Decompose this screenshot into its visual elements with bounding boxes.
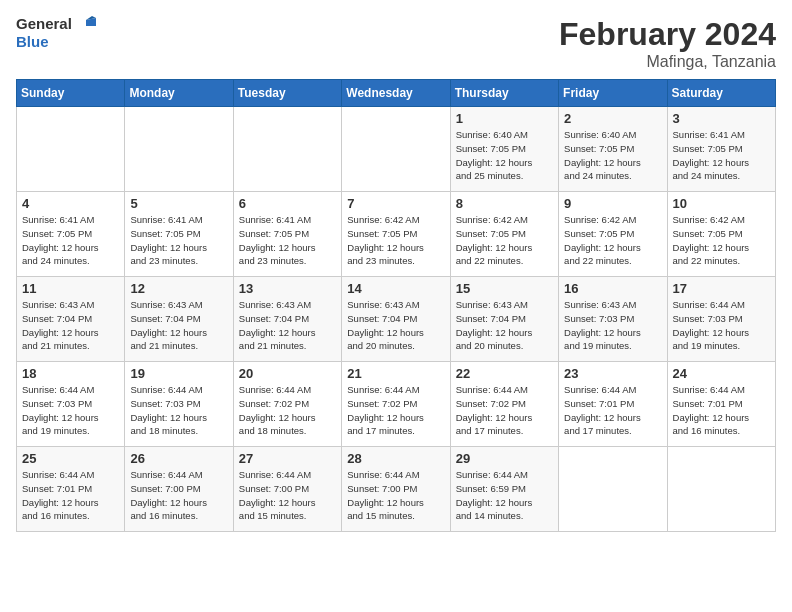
- title-block: February 2024 Mafinga, Tanzania: [559, 16, 776, 71]
- calendar-day-header: Saturday: [667, 80, 775, 107]
- calendar-day-cell: 24Sunrise: 6:44 AM Sunset: 7:01 PM Dayli…: [667, 362, 775, 447]
- calendar-day-cell: 12Sunrise: 6:43 AM Sunset: 7:04 PM Dayli…: [125, 277, 233, 362]
- day-number: 10: [673, 196, 770, 211]
- calendar-day-cell: [233, 107, 341, 192]
- calendar-day-cell: [559, 447, 667, 532]
- day-number: 5: [130, 196, 227, 211]
- day-number: 16: [564, 281, 661, 296]
- calendar-day-cell: 15Sunrise: 6:43 AM Sunset: 7:04 PM Dayli…: [450, 277, 558, 362]
- day-info: Sunrise: 6:41 AM Sunset: 7:05 PM Dayligh…: [22, 213, 119, 268]
- calendar-day-cell: 6Sunrise: 6:41 AM Sunset: 7:05 PM Daylig…: [233, 192, 341, 277]
- day-info: Sunrise: 6:43 AM Sunset: 7:04 PM Dayligh…: [456, 298, 553, 353]
- day-number: 7: [347, 196, 444, 211]
- day-info: Sunrise: 6:40 AM Sunset: 7:05 PM Dayligh…: [564, 128, 661, 183]
- calendar-day-cell: 19Sunrise: 6:44 AM Sunset: 7:03 PM Dayli…: [125, 362, 233, 447]
- day-info: Sunrise: 6:44 AM Sunset: 7:02 PM Dayligh…: [347, 383, 444, 438]
- day-info: Sunrise: 6:44 AM Sunset: 7:00 PM Dayligh…: [347, 468, 444, 523]
- day-number: 19: [130, 366, 227, 381]
- day-info: Sunrise: 6:44 AM Sunset: 7:02 PM Dayligh…: [239, 383, 336, 438]
- calendar-day-cell: [667, 447, 775, 532]
- day-info: Sunrise: 6:41 AM Sunset: 7:05 PM Dayligh…: [239, 213, 336, 268]
- day-number: 15: [456, 281, 553, 296]
- day-number: 28: [347, 451, 444, 466]
- day-info: Sunrise: 6:41 AM Sunset: 7:05 PM Dayligh…: [130, 213, 227, 268]
- day-number: 25: [22, 451, 119, 466]
- calendar-day-cell: 3Sunrise: 6:41 AM Sunset: 7:05 PM Daylig…: [667, 107, 775, 192]
- logo-bird-icon: [78, 16, 96, 34]
- calendar-day-cell: 7Sunrise: 6:42 AM Sunset: 7:05 PM Daylig…: [342, 192, 450, 277]
- location-subtitle: Mafinga, Tanzania: [559, 53, 776, 71]
- day-info: Sunrise: 6:43 AM Sunset: 7:04 PM Dayligh…: [239, 298, 336, 353]
- day-info: Sunrise: 6:42 AM Sunset: 7:05 PM Dayligh…: [456, 213, 553, 268]
- calendar-day-cell: 5Sunrise: 6:41 AM Sunset: 7:05 PM Daylig…: [125, 192, 233, 277]
- calendar-day-cell: 14Sunrise: 6:43 AM Sunset: 7:04 PM Dayli…: [342, 277, 450, 362]
- logo-general: General: [16, 15, 72, 32]
- day-info: Sunrise: 6:44 AM Sunset: 7:00 PM Dayligh…: [130, 468, 227, 523]
- calendar-day-cell: 28Sunrise: 6:44 AM Sunset: 7:00 PM Dayli…: [342, 447, 450, 532]
- day-info: Sunrise: 6:44 AM Sunset: 7:00 PM Dayligh…: [239, 468, 336, 523]
- day-number: 26: [130, 451, 227, 466]
- calendar-header-row: SundayMondayTuesdayWednesdayThursdayFrid…: [17, 80, 776, 107]
- day-info: Sunrise: 6:44 AM Sunset: 6:59 PM Dayligh…: [456, 468, 553, 523]
- day-number: 13: [239, 281, 336, 296]
- day-number: 1: [456, 111, 553, 126]
- day-number: 17: [673, 281, 770, 296]
- calendar-day-header: Tuesday: [233, 80, 341, 107]
- day-number: 3: [673, 111, 770, 126]
- calendar-week-row: 4Sunrise: 6:41 AM Sunset: 7:05 PM Daylig…: [17, 192, 776, 277]
- calendar-week-row: 25Sunrise: 6:44 AM Sunset: 7:01 PM Dayli…: [17, 447, 776, 532]
- calendar-day-cell: 9Sunrise: 6:42 AM Sunset: 7:05 PM Daylig…: [559, 192, 667, 277]
- day-info: Sunrise: 6:44 AM Sunset: 7:03 PM Dayligh…: [130, 383, 227, 438]
- day-info: Sunrise: 6:40 AM Sunset: 7:05 PM Dayligh…: [456, 128, 553, 183]
- calendar-table: SundayMondayTuesdayWednesdayThursdayFrid…: [16, 79, 776, 532]
- day-info: Sunrise: 6:44 AM Sunset: 7:01 PM Dayligh…: [564, 383, 661, 438]
- day-info: Sunrise: 6:44 AM Sunset: 7:03 PM Dayligh…: [673, 298, 770, 353]
- calendar-day-cell: [125, 107, 233, 192]
- day-number: 20: [239, 366, 336, 381]
- calendar-day-header: Thursday: [450, 80, 558, 107]
- day-number: 14: [347, 281, 444, 296]
- day-info: Sunrise: 6:41 AM Sunset: 7:05 PM Dayligh…: [673, 128, 770, 183]
- calendar-day-cell: 4Sunrise: 6:41 AM Sunset: 7:05 PM Daylig…: [17, 192, 125, 277]
- logo-blue: Blue: [16, 33, 49, 50]
- day-info: Sunrise: 6:43 AM Sunset: 7:04 PM Dayligh…: [347, 298, 444, 353]
- calendar-day-cell: 16Sunrise: 6:43 AM Sunset: 7:03 PM Dayli…: [559, 277, 667, 362]
- page-header: General Blue February 2024 Mafinga, Tanz…: [16, 16, 776, 71]
- day-info: Sunrise: 6:44 AM Sunset: 7:01 PM Dayligh…: [673, 383, 770, 438]
- month-title: February 2024: [559, 16, 776, 53]
- calendar-day-cell: 10Sunrise: 6:42 AM Sunset: 7:05 PM Dayli…: [667, 192, 775, 277]
- day-info: Sunrise: 6:43 AM Sunset: 7:03 PM Dayligh…: [564, 298, 661, 353]
- calendar-day-cell: 2Sunrise: 6:40 AM Sunset: 7:05 PM Daylig…: [559, 107, 667, 192]
- calendar-body: 1Sunrise: 6:40 AM Sunset: 7:05 PM Daylig…: [17, 107, 776, 532]
- day-number: 27: [239, 451, 336, 466]
- calendar-week-row: 1Sunrise: 6:40 AM Sunset: 7:05 PM Daylig…: [17, 107, 776, 192]
- calendar-day-cell: 11Sunrise: 6:43 AM Sunset: 7:04 PM Dayli…: [17, 277, 125, 362]
- calendar-day-cell: 17Sunrise: 6:44 AM Sunset: 7:03 PM Dayli…: [667, 277, 775, 362]
- day-info: Sunrise: 6:44 AM Sunset: 7:01 PM Dayligh…: [22, 468, 119, 523]
- day-number: 9: [564, 196, 661, 211]
- calendar-day-cell: 29Sunrise: 6:44 AM Sunset: 6:59 PM Dayli…: [450, 447, 558, 532]
- day-number: 21: [347, 366, 444, 381]
- logo: General Blue: [16, 16, 96, 51]
- day-number: 8: [456, 196, 553, 211]
- day-info: Sunrise: 6:42 AM Sunset: 7:05 PM Dayligh…: [347, 213, 444, 268]
- day-number: 22: [456, 366, 553, 381]
- calendar-day-cell: 18Sunrise: 6:44 AM Sunset: 7:03 PM Dayli…: [17, 362, 125, 447]
- day-number: 12: [130, 281, 227, 296]
- calendar-day-cell: 1Sunrise: 6:40 AM Sunset: 7:05 PM Daylig…: [450, 107, 558, 192]
- calendar-day-header: Friday: [559, 80, 667, 107]
- calendar-week-row: 18Sunrise: 6:44 AM Sunset: 7:03 PM Dayli…: [17, 362, 776, 447]
- calendar-day-cell: 20Sunrise: 6:44 AM Sunset: 7:02 PM Dayli…: [233, 362, 341, 447]
- calendar-week-row: 11Sunrise: 6:43 AM Sunset: 7:04 PM Dayli…: [17, 277, 776, 362]
- day-info: Sunrise: 6:42 AM Sunset: 7:05 PM Dayligh…: [673, 213, 770, 268]
- calendar-day-cell: 23Sunrise: 6:44 AM Sunset: 7:01 PM Dayli…: [559, 362, 667, 447]
- calendar-day-cell: 27Sunrise: 6:44 AM Sunset: 7:00 PM Dayli…: [233, 447, 341, 532]
- day-info: Sunrise: 6:44 AM Sunset: 7:03 PM Dayligh…: [22, 383, 119, 438]
- calendar-day-header: Sunday: [17, 80, 125, 107]
- day-number: 11: [22, 281, 119, 296]
- calendar-day-cell: 13Sunrise: 6:43 AM Sunset: 7:04 PM Dayli…: [233, 277, 341, 362]
- day-number: 6: [239, 196, 336, 211]
- day-info: Sunrise: 6:42 AM Sunset: 7:05 PM Dayligh…: [564, 213, 661, 268]
- day-info: Sunrise: 6:43 AM Sunset: 7:04 PM Dayligh…: [22, 298, 119, 353]
- calendar-day-header: Monday: [125, 80, 233, 107]
